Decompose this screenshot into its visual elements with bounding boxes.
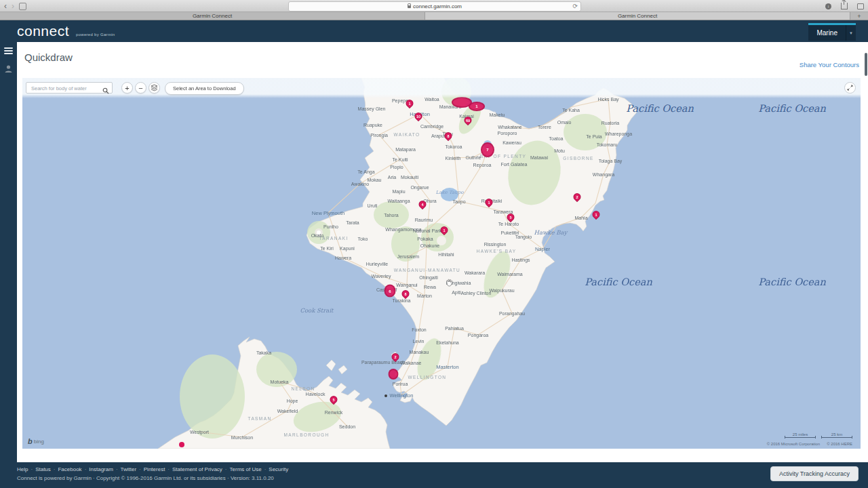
browser-tab-1[interactable]: Garmin Connect (0, 12, 425, 20)
browser-chrome: ‹ › connect.garmin.com ⟳ ↓ (0, 0, 868, 12)
footer-separator: · (85, 466, 87, 472)
search-icon[interactable] (102, 85, 109, 97)
share-icon[interactable] (841, 3, 848, 9)
menu-icon[interactable] (4, 47, 13, 54)
main-content: Quickdraw Share Your Contours (17, 42, 868, 462)
footer-link-security[interactable]: Security (269, 466, 288, 472)
footer-separator: · (31, 466, 33, 472)
microsoft-copyright: © 2016 Microsoft Corporation (767, 442, 820, 446)
footer-copyright: Connect is powered by Garmin · Copyright… (17, 475, 274, 481)
map-toolbar: + − Select an Area to Download (22, 78, 861, 98)
footer-separator: · (225, 466, 227, 472)
quickdraw-contour-cluster[interactable]: 7 (481, 142, 494, 157)
footer-separator: · (264, 466, 267, 472)
quickdraw-contour-cluster[interactable]: 6 (384, 285, 396, 298)
footer-link-status[interactable]: Status (35, 466, 51, 472)
map-scale: 25 miles 25 km (785, 432, 852, 438)
fullscreen-button[interactable] (844, 82, 856, 94)
back-button[interactable]: ‹ (4, 1, 7, 11)
bing-wordmark: bing (34, 439, 44, 445)
powered-by-garmin-label: powered by Garmin (76, 33, 115, 37)
footer-separator: · (139, 466, 141, 472)
map-dot (179, 442, 184, 447)
map-copyright: © 2016 Microsoft Corporation © 2016 HERE (767, 442, 852, 446)
new-tab-button[interactable]: + (850, 12, 868, 20)
search-input[interactable] (30, 83, 100, 94)
connect-logo[interactable]: connect (17, 23, 69, 39)
app-header: connect powered by Garmin Marine ▼ (0, 20, 868, 42)
url-text: connect.garmin.com (413, 3, 462, 9)
map-dot (384, 394, 387, 397)
map-canvas (22, 78, 861, 449)
footer-separator: · (116, 466, 118, 472)
bing-icon: b (28, 438, 33, 445)
footer-links: Help·Status·Facebook·Instagram·Twitter·P… (17, 466, 288, 472)
url-bar[interactable]: connect.garmin.com ⟳ (288, 1, 581, 12)
forward-button[interactable]: › (12, 1, 14, 11)
footer-link-instagram[interactable]: Instagram (89, 466, 113, 472)
activity-tracking-accuracy-button[interactable]: Activity Tracking Accuracy (770, 466, 859, 481)
scrollbar-thumb[interactable] (865, 53, 867, 76)
footer-link-help[interactable]: Help (17, 466, 28, 472)
scale-miles-label: 25 miles (785, 432, 816, 436)
quickdraw-contour-cluster[interactable]: 1 (469, 102, 485, 111)
browser-tab-2[interactable]: Garmin Connect (425, 12, 850, 20)
reload-icon[interactable]: ⟳ (572, 2, 578, 11)
search-box[interactable] (26, 82, 113, 94)
scale-km-label: 25 km (821, 432, 852, 436)
bing-logo[interactable]: b bing (28, 438, 44, 445)
footer: Help·Status·Facebook·Instagram·Twitter·P… (0, 462, 868, 488)
map-grab-cursor (446, 277, 453, 289)
sidebar (0, 42, 17, 462)
page-title: Quickdraw (24, 52, 73, 63)
chevron-down-icon[interactable]: ▼ (846, 25, 856, 41)
here-copyright: © 2016 HERE (827, 442, 852, 446)
footer-link-statement-of-privacy[interactable]: Statement of Privacy (172, 466, 222, 472)
downloads-icon[interactable]: ↓ (825, 3, 831, 9)
zoom-out-button[interactable]: − (135, 82, 146, 94)
footer-link-facebook[interactable]: Facebook (58, 466, 81, 472)
tab-overview-icon[interactable] (857, 3, 864, 9)
footer-separator: · (54, 466, 56, 472)
sidebar-icon[interactable] (19, 3, 26, 10)
share-your-contours-link[interactable]: Share Your Contours (800, 61, 859, 68)
user-icon[interactable] (3, 64, 14, 77)
layers-icon (151, 84, 158, 92)
tab-strip: Garmin Connect Garmin Connect + (0, 12, 868, 20)
marine-nav-button[interactable]: Marine ▼ (808, 23, 856, 41)
zoom-in-button[interactable]: + (121, 82, 133, 94)
footer-separator: · (167, 466, 170, 472)
lock-icon (408, 5, 411, 8)
footer-link-twitter[interactable]: Twitter (121, 466, 137, 472)
layers-button[interactable] (149, 82, 160, 94)
footer-link-terms-of-use[interactable]: Terms of Use (230, 466, 262, 472)
select-area-button[interactable]: Select an Area to Download (165, 82, 244, 95)
quickdraw-map[interactable]: Pacific OceanPacific OceanPacific OceanP… (22, 78, 861, 449)
marine-label: Marine (808, 25, 846, 41)
quickdraw-contour-cluster[interactable] (389, 369, 399, 380)
fullscreen-icon (847, 85, 853, 91)
footer-link-pinterest[interactable]: Pinterest (144, 466, 165, 472)
